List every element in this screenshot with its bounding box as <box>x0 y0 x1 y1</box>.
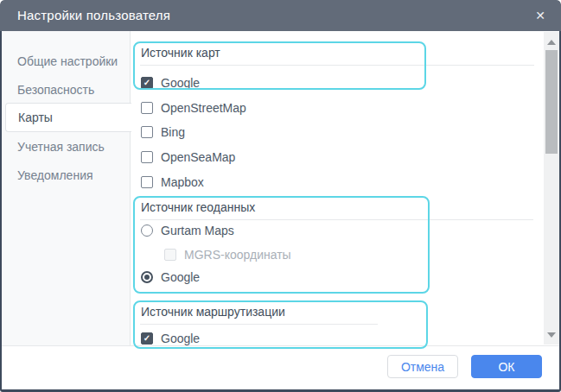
section-underline <box>140 324 378 325</box>
checkbox-row-openstreetmap[interactable]: OpenStreetMap <box>141 99 246 117</box>
dialog-title: Настройки пользователя <box>17 0 170 31</box>
checkbox-label[interactable]: OpenSeaMap <box>161 150 235 164</box>
checkbox-label[interactable]: Google <box>161 332 200 345</box>
check-icon: ✓ <box>143 334 150 343</box>
cancel-button[interactable]: Отмена <box>387 355 458 378</box>
checkbox-unchecked-icon[interactable] <box>141 126 153 138</box>
radio-row-google[interactable]: Google <box>141 269 200 286</box>
tab-label: Карты <box>18 111 53 124</box>
sidebar-item-security[interactable]: Безопасность <box>2 75 130 104</box>
section-title-routing-source: Источник маршрутизации <box>141 305 285 319</box>
radio-label[interactable]: Google <box>161 270 200 284</box>
tab-label: Безопасность <box>17 83 94 97</box>
checkbox-row-openseamap[interactable]: OpenSeaMap <box>141 149 235 166</box>
checkbox-row-mgrs-coordinates: MGRS-координаты <box>164 246 291 263</box>
scrollbar-thumb[interactable] <box>545 50 558 154</box>
section-title-geodata-source: Источник геоданных <box>141 200 255 214</box>
checkbox-row-google-routing[interactable]: ✓ Google <box>141 330 200 347</box>
sidebar-item-notifications[interactable]: Уведомления <box>2 161 130 189</box>
tab-label: Общие настройки <box>17 54 118 68</box>
sidebar-divider <box>130 31 131 345</box>
checkbox-unchecked-icon[interactable] <box>141 151 153 163</box>
sidebar-item-general-settings[interactable]: Общие настройки <box>2 47 130 75</box>
section-underline <box>140 219 533 220</box>
tab-label: Учетная запись <box>17 140 105 154</box>
scroll-down-icon[interactable] <box>547 332 556 338</box>
checkbox-label[interactable]: Mapbox <box>161 175 204 189</box>
user-settings-dialog: Настройки пользователя ✕ Общие настройки… <box>0 0 561 392</box>
checkbox-row-mapbox[interactable]: Mapbox <box>141 174 204 191</box>
checkbox-label[interactable]: Google <box>161 76 200 90</box>
radio-row-gurtam-maps[interactable]: Gurtam Maps <box>141 222 234 239</box>
dialog-border-left <box>0 31 2 389</box>
radio-checked-icon[interactable] <box>141 271 153 283</box>
checkbox-unchecked-icon[interactable] <box>141 102 153 114</box>
checkbox-checked-icon[interactable]: ✓ <box>141 77 153 89</box>
radio-unchecked-icon[interactable] <box>141 224 153 237</box>
check-icon: ✓ <box>143 79 150 87</box>
sidebar-item-maps[interactable]: Карты <box>5 103 131 132</box>
checkbox-disabled-icon <box>164 249 176 261</box>
checkbox-unchecked-icon[interactable] <box>141 176 153 188</box>
footer-divider <box>2 345 559 346</box>
checkbox-row-bing[interactable]: Bing <box>141 123 185 141</box>
checkbox-checked-icon[interactable]: ✓ <box>141 332 153 345</box>
sidebar-item-account[interactable]: Учетная запись <box>2 132 130 161</box>
checkbox-label: MGRS-координаты <box>184 248 291 262</box>
checkbox-label[interactable]: Bing <box>161 125 185 139</box>
section-title-map-source: Источник карт <box>141 46 220 60</box>
close-icon[interactable]: ✕ <box>535 0 545 31</box>
dialog-titlebar: Настройки пользователя ✕ <box>0 0 561 31</box>
checkbox-row-google[interactable]: ✓ Google <box>141 74 200 92</box>
tab-label: Уведомления <box>17 168 93 182</box>
checkbox-label[interactable]: OpenStreetMap <box>161 101 246 115</box>
scroll-up-icon[interactable] <box>547 40 556 45</box>
ok-button[interactable]: ОК <box>471 355 542 378</box>
section-underline <box>140 65 534 66</box>
radio-label[interactable]: Gurtam Maps <box>161 224 234 237</box>
